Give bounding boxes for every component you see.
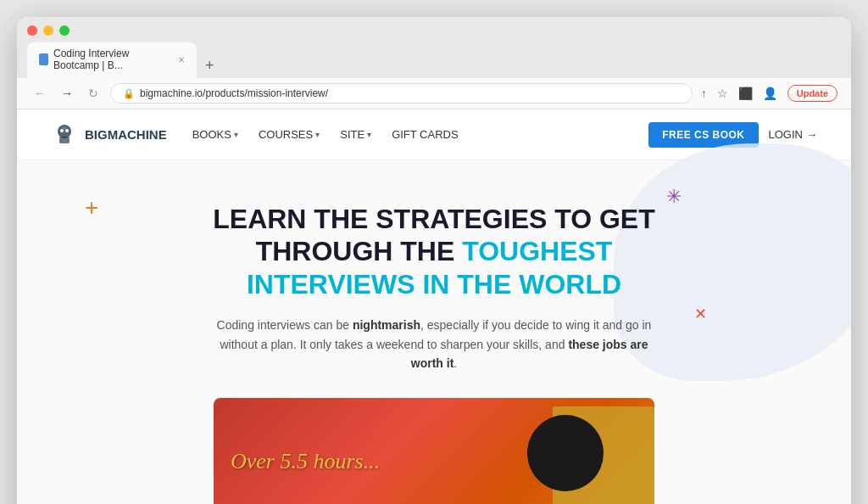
hero-body-text-3: . [453, 356, 457, 370]
video-figure [485, 398, 654, 504]
svg-rect-4 [63, 127, 66, 129]
logo-robot-icon [51, 121, 78, 148]
traffic-lights [27, 25, 841, 36]
tab-favicon [39, 53, 48, 65]
login-label: LOGIN [769, 128, 803, 141]
site-arrow-icon: ▾ [367, 130, 371, 139]
share-icon[interactable]: ↑ [701, 87, 707, 100]
active-tab[interactable]: Coding Interview Bootcamp | B... ✕ [27, 42, 197, 78]
tab-close-icon[interactable]: ✕ [178, 55, 185, 64]
plus-decoration: + [85, 194, 98, 221]
bookmark-icon[interactable]: ☆ [717, 87, 728, 100]
address-bar: ← → ↻ 🔒 bigmachine.io/products/mission-i… [17, 78, 851, 109]
nav-books[interactable]: BOOKS ▾ [192, 128, 238, 141]
login-button[interactable]: LOGIN → [769, 128, 817, 141]
extensions-icon[interactable]: ⬛ [738, 87, 753, 100]
hero-section: + ✳ ✕ LEARN THE STRATEGIES TO GET THROUG… [17, 160, 851, 504]
books-arrow-icon: ▾ [234, 130, 238, 139]
refresh-button[interactable]: ↻ [85, 85, 102, 102]
title-bar: Coding Interview Bootcamp | B... ✕ + [17, 17, 851, 78]
video-thumbnail[interactable]: Over 5.5 hours... [214, 398, 654, 504]
page-content: BIGMACHINE BOOKS ▾ COURSES ▾ SITE ▾ GIFT… [17, 109, 851, 504]
svg-point-0 [58, 125, 71, 138]
nav-gift-cards-label: GIFT CARDS [392, 128, 459, 141]
nav-site[interactable]: SITE ▾ [340, 128, 371, 141]
browser-window: Coding Interview Bootcamp | B... ✕ + ← →… [17, 17, 851, 504]
courses-arrow-icon: ▾ [315, 130, 320, 139]
svg-point-3 [65, 129, 69, 132]
forward-button[interactable]: → [58, 85, 76, 102]
avatar-icon[interactable]: 👤 [763, 87, 777, 100]
url-text: bigmachine.io/products/mission-interview… [140, 87, 328, 99]
hero-body-text-1: Coding interviews can be [217, 318, 353, 332]
hero-bold-1: nightmarish [353, 318, 420, 332]
hero-content: LEARN THE STRATEGIES TO GET THROUGH THE … [180, 203, 688, 372]
nav-courses-label: COURSES [259, 128, 313, 141]
hero-body: Coding interviews can be nightmarish, es… [214, 316, 654, 372]
video-overlay-text: Over 5.5 hours... [231, 449, 380, 474]
tab-title: Coding Interview Bootcamp | B... [53, 48, 170, 71]
figure-circle-decoration [527, 415, 604, 491]
minimize-button[interactable] [43, 25, 53, 36]
update-button[interactable]: Update [787, 85, 837, 102]
toolbar-right: ↑ ☆ ⬛ 👤 Update [701, 85, 837, 102]
nav-site-label: SITE [340, 128, 364, 141]
lock-icon: 🔒 [123, 88, 135, 99]
svg-rect-1 [59, 137, 70, 143]
logo-text: BIGMACHINE [85, 127, 167, 142]
logo[interactable]: BIGMACHINE [51, 121, 167, 148]
back-button[interactable]: ← [31, 85, 49, 102]
nav-gift-cards[interactable]: GIFT CARDS [392, 128, 459, 141]
url-bar[interactable]: 🔒 bigmachine.io/products/mission-intervi… [110, 83, 693, 104]
new-tab-button[interactable]: + [198, 53, 221, 78]
headline-line-1: LEARN THE STRATEGIES TO GET [213, 204, 655, 234]
nav-books-label: BOOKS [192, 128, 231, 141]
headline-line-3: INTERVIEWS IN THE WORLD [247, 269, 621, 300]
x-decoration: ✕ [694, 305, 707, 323]
tabs-row: Coding Interview Bootcamp | B... ✕ + [27, 42, 841, 78]
hero-headline: LEARN THE STRATEGIES TO GET THROUGH THE … [180, 203, 688, 300]
nav-items: BOOKS ▾ COURSES ▾ SITE ▾ GIFT CARDS [192, 128, 624, 141]
headline-highlight: TOUGHEST [462, 236, 612, 266]
headline-line-2: THROUGH THE [256, 236, 463, 266]
nav-courses[interactable]: COURSES ▾ [259, 128, 320, 141]
login-arrow-icon: → [806, 128, 817, 141]
svg-point-2 [60, 129, 64, 132]
close-button[interactable] [27, 25, 37, 36]
maximize-button[interactable] [59, 25, 70, 36]
